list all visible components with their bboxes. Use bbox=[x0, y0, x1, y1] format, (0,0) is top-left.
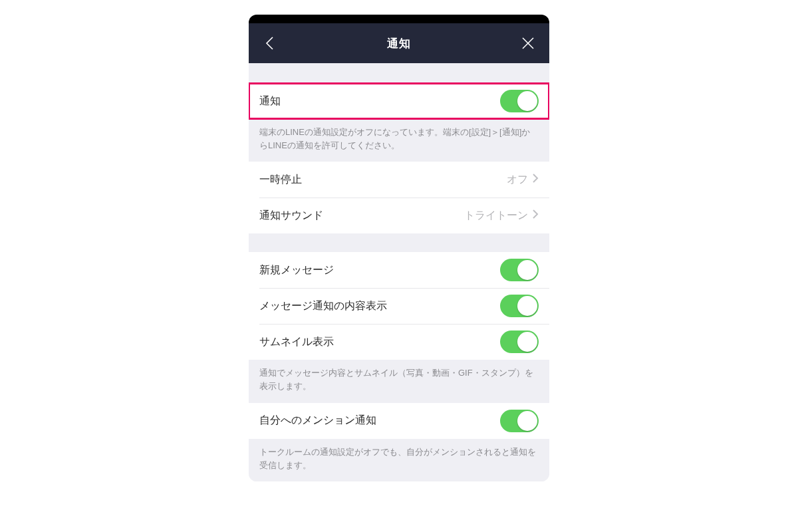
toggle-show-content[interactable] bbox=[500, 295, 539, 317]
value-text: トライトーン bbox=[464, 209, 528, 223]
row-label: サムネイル表示 bbox=[259, 335, 334, 349]
row-label: メッセージ通知の内容表示 bbox=[259, 299, 387, 313]
row-label: 新規メッセージ bbox=[259, 263, 334, 277]
row-new-message[interactable]: 新規メッセージ bbox=[249, 252, 549, 288]
row-label: 通知 bbox=[259, 94, 281, 108]
row-value: オフ bbox=[507, 173, 539, 187]
row-notifications[interactable]: 通知 bbox=[249, 83, 549, 119]
status-bar bbox=[249, 15, 549, 23]
toggle-thumbnail[interactable] bbox=[500, 331, 539, 353]
spacer bbox=[249, 63, 549, 83]
chevron-right-icon bbox=[532, 173, 539, 186]
page-title: 通知 bbox=[387, 36, 411, 51]
row-mention[interactable]: 自分へのメンション通知 bbox=[249, 403, 549, 439]
chevron-right-icon bbox=[532, 209, 539, 222]
header-bar: 通知 bbox=[249, 23, 549, 63]
row-thumbnail[interactable]: サムネイル表示 bbox=[249, 324, 549, 360]
toggle-notifications[interactable] bbox=[500, 90, 539, 112]
section-message-toggles: 新規メッセージ メッセージ通知の内容表示 サムネイル表示 bbox=[249, 252, 549, 360]
close-icon[interactable] bbox=[519, 34, 537, 53]
phone-frame: 通知 通知 端末のLINEの通知設定がオフになっています。端末の[設定]＞[通知… bbox=[249, 15, 549, 481]
toggle-new-message[interactable] bbox=[500, 259, 539, 281]
note-thumbnail: 通知でメッセージ内容とサムネイル（写真・動画・GIF・スタンプ）を表示します。 bbox=[249, 360, 549, 402]
row-value: トライトーン bbox=[464, 209, 539, 223]
value-text: オフ bbox=[507, 173, 528, 187]
row-label: 一時停止 bbox=[259, 173, 302, 187]
toggle-mention[interactable] bbox=[500, 410, 539, 432]
note-mention: トークルームの通知設定がオフでも、自分がメンションされると通知を受信します。 bbox=[249, 439, 549, 481]
row-sound[interactable]: 通知サウンド トライトーン bbox=[249, 198, 549, 233]
row-show-content[interactable]: メッセージ通知の内容表示 bbox=[249, 288, 549, 324]
note-device-off: 端末のLINEの通知設定がオフになっています。端末の[設定]＞[通知]からLIN… bbox=[249, 119, 549, 162]
section-pause-sound: 一時停止 オフ 通知サウンド トライトーン bbox=[249, 162, 549, 233]
row-label: 通知サウンド bbox=[259, 209, 323, 223]
row-label: 自分へのメンション通知 bbox=[259, 414, 376, 428]
back-icon[interactable] bbox=[261, 34, 279, 53]
section-mention: 自分へのメンション通知 bbox=[249, 403, 549, 439]
section-main-toggle: 通知 bbox=[249, 83, 549, 119]
row-pause[interactable]: 一時停止 オフ bbox=[249, 162, 549, 198]
section-gap bbox=[249, 233, 549, 252]
